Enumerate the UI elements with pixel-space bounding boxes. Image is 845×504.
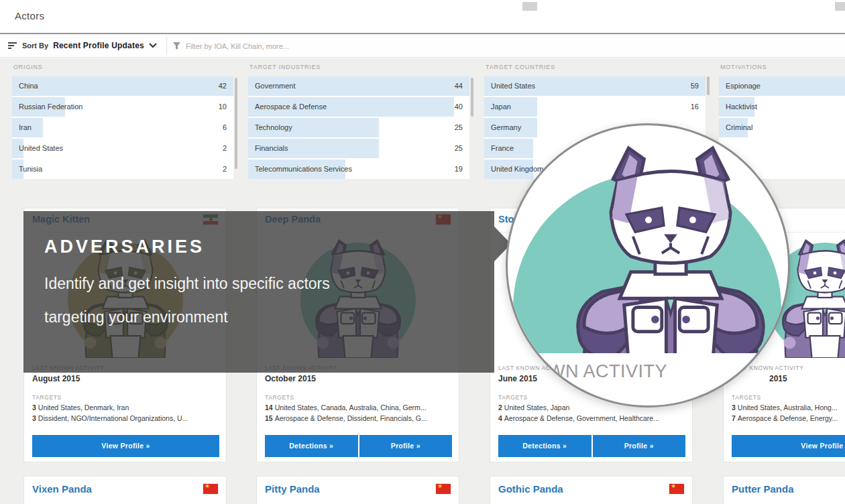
- chevron-down-icon: [149, 43, 157, 48]
- facet-row[interactable]: Technology25: [248, 118, 469, 137]
- facet-row[interactable]: Government44: [248, 76, 469, 96]
- actor-card-vixen-panda: Vixen Panda: [23, 476, 227, 504]
- facet-label: Hacktivist: [726, 103, 757, 111]
- tooltip-text-line2: targeting your environment: [44, 308, 228, 326]
- facet-row[interactable]: Japan16: [484, 97, 706, 117]
- facet-label: China: [19, 82, 38, 90]
- target-count: 7: [732, 414, 736, 422]
- facet-label: United States: [491, 82, 535, 90]
- facet-scrollbar[interactable]: [471, 78, 473, 117]
- toolbar: Sort By Recent Profile Updates: [0, 34, 845, 58]
- facet-list: China42 Russian Federation10 Iran6 Unite…: [12, 76, 233, 179]
- view-profile-button[interactable]: View Profile »: [732, 435, 845, 457]
- screenshot-artifact: [522, 2, 537, 11]
- targets-label: TARGETS: [498, 394, 528, 401]
- actors-page: Actors Sort By Recent Profile Updates OR…: [0, 0, 845, 504]
- actor-card-putter-panda: Putter Panda: [723, 476, 845, 504]
- sort-by-value: Recent Profile Updates: [53, 41, 144, 50]
- detections-button[interactable]: Detections »: [265, 435, 358, 457]
- facet-label: Criminal: [726, 123, 752, 131]
- target-list: United States, Canada, Australia, China,…: [275, 403, 427, 412]
- actor-title-link[interactable]: Putter Panda: [732, 483, 794, 495]
- targets-label: TARGETS: [265, 394, 294, 401]
- facet-count: 25: [455, 144, 463, 152]
- toolbar-divider: [166, 37, 167, 55]
- tooltip-text-line1: Identify and get insight into specific a…: [44, 275, 330, 293]
- actor-card-gothic-panda: Gothic Panda: [490, 476, 693, 504]
- facet-label: Tunisia: [19, 165, 42, 173]
- adversaries-tooltip: ADVERSARIES Identify and get insight int…: [23, 211, 494, 373]
- profile-button[interactable]: Profile »: [359, 435, 453, 457]
- target-industries-line: 3Dissident, NGO/International Organizati…: [32, 414, 221, 422]
- target-count: 3: [32, 403, 36, 412]
- facet-label: United Kingdom: [491, 165, 543, 173]
- facet-label: Aerospace & Defense: [255, 103, 327, 111]
- target-industries-line: 4Aerospace & Defense, Government, Health…: [498, 414, 687, 422]
- facet-label: France: [491, 144, 514, 152]
- last-known-activity-value: June 2015: [498, 374, 537, 383]
- target-list: United States, Japan: [504, 403, 569, 412]
- facet-target-industries: TARGET INDUSTRIES Government44 Aerospace…: [248, 60, 469, 180]
- facet-row[interactable]: Tunisia2: [12, 160, 233, 179]
- actor-title-link[interactable]: Pitty Panda: [265, 483, 320, 495]
- target-list: United States, Australia, Hong...: [738, 403, 838, 412]
- target-count: 2: [498, 403, 502, 412]
- targets-label: TARGETS: [732, 394, 761, 401]
- facet-label: Technology: [255, 123, 292, 131]
- sort-by-control[interactable]: Sort By Recent Profile Updates: [8, 39, 157, 52]
- page-title: Actors: [15, 10, 44, 21]
- sort-lines-icon: [8, 42, 17, 50]
- facet-count: 42: [219, 82, 227, 90]
- facet-list: Government44 Aerospace & Defense40 Techn…: [248, 76, 469, 179]
- target-list: Aerospace & Defense, Government, Healthc…: [504, 414, 659, 422]
- facet-row[interactable]: Financials25: [248, 139, 469, 158]
- last-known-activity-value: October 2015: [265, 374, 316, 383]
- facet-label: Germany: [491, 123, 521, 131]
- facet-row[interactable]: Hacktivist: [719, 97, 845, 117]
- actor-title-link[interactable]: Vixen Panda: [32, 483, 92, 495]
- facet-count: 40: [455, 103, 463, 111]
- facet-row[interactable]: Espionage: [719, 76, 845, 96]
- facet-bar: [12, 76, 233, 96]
- detections-button[interactable]: Detections »: [498, 435, 592, 457]
- actor-title-link[interactable]: Gothic Panda: [498, 483, 563, 495]
- last-known-activity-value: August 2015: [32, 374, 80, 383]
- target-list: Aerospace & Defense, Dissident, Financia…: [275, 414, 427, 422]
- facet-label: Iran: [19, 123, 32, 131]
- facet-count: 2: [223, 165, 227, 173]
- facet-row[interactable]: China42: [12, 76, 233, 96]
- sort-by-label: Sort By: [22, 42, 48, 50]
- facet-scrollbar[interactable]: [235, 78, 237, 169]
- facet-row[interactable]: United States2: [12, 139, 233, 158]
- targets-label: TARGETS: [32, 394, 62, 401]
- target-list: Aerospace & Defense, Energy...: [738, 414, 838, 422]
- tooltip-title: ADVERSARIES: [44, 237, 205, 257]
- screenshot-artifact: [835, 2, 845, 11]
- facet-label: Espionage: [726, 82, 760, 90]
- target-count: 14: [265, 403, 273, 412]
- target-industries-line: 15Aerospace & Defense, Dissident, Financ…: [265, 414, 454, 422]
- facet-label: Japan: [491, 103, 511, 111]
- facet-header: TARGET COUNTRIES: [484, 60, 706, 76]
- target-count: 3: [32, 414, 36, 422]
- facet-header: ORIGINS: [12, 60, 233, 76]
- china-flag-icon: [669, 484, 684, 494]
- profile-button[interactable]: Profile »: [593, 435, 686, 457]
- china-flag-icon: [436, 484, 451, 494]
- target-count: 3: [732, 403, 736, 412]
- facet-row[interactable]: Telecommunications Services19: [248, 160, 469, 179]
- facet-row[interactable]: Russian Federation10: [12, 97, 233, 117]
- facet-header: MOTIVATIONS: [719, 60, 845, 76]
- facet-row[interactable]: Iran6: [12, 118, 233, 137]
- facet-row[interactable]: Aerospace & Defense40: [248, 97, 469, 117]
- facet-row[interactable]: Criminal: [719, 118, 845, 137]
- facet-label: United States: [19, 144, 63, 152]
- facet-scrollbar[interactable]: [707, 76, 710, 95]
- target-count: 4: [498, 414, 502, 422]
- facet-count: 2: [223, 144, 227, 152]
- target-list: United States, Denmark, Iran: [38, 403, 129, 412]
- view-profile-button[interactable]: View Profile »: [32, 435, 219, 457]
- last-known-activity-value: 2015: [769, 374, 787, 383]
- filter-input[interactable]: [186, 42, 763, 50]
- facet-row[interactable]: United States59: [484, 76, 706, 96]
